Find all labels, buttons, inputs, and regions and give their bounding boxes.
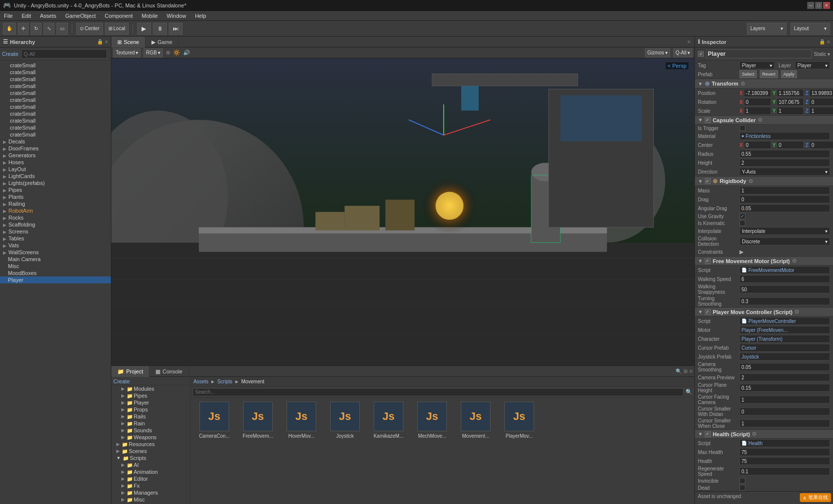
ang-drag-input[interactable] [739, 204, 830, 212]
list-item[interactable]: crateSmall [0, 131, 111, 138]
rect-tool-button[interactable]: ▭ [56, 23, 68, 35]
scale-z-field[interactable]: Z [805, 107, 833, 115]
scale-x-field[interactable]: X [739, 107, 771, 115]
breadcrumb-scripts[interactable]: Scripts [217, 379, 233, 384]
health-value-input[interactable] [739, 457, 830, 465]
list-item[interactable]: crateSmall [0, 90, 111, 96]
pos-z-field[interactable]: Z [805, 89, 833, 97]
invincible-checkbox[interactable] [739, 478, 745, 484]
list-item[interactable]: ▶Lights(prefabs) [0, 180, 111, 186]
step-button[interactable]: ⏭ [169, 23, 183, 35]
center-z[interactable]: Z [805, 141, 833, 149]
free-movement-section[interactable]: ▼ ✓ Free Movement Motor (Script) ⚙ [695, 256, 833, 266]
camera-smoothing-input[interactable] [739, 363, 830, 371]
file-item-playermove[interactable]: Js PlayerMov... [499, 402, 539, 439]
close-button[interactable]: ✕ [823, 2, 830, 9]
list-item[interactable]: crateSmall [0, 110, 111, 117]
list-item[interactable]: crateSmall [0, 96, 111, 103]
space-toggle-button[interactable]: ⊞ Local [105, 23, 129, 35]
health-script-ref[interactable]: 📄 Health [739, 439, 830, 447]
cursor-plane-input[interactable] [739, 384, 830, 392]
pmc-gear-button[interactable]: ⚙ [794, 309, 799, 315]
file-item-kamikaze[interactable]: Js KamikazeM... [369, 402, 408, 439]
list-item[interactable]: Main Camera [0, 256, 111, 263]
play-button[interactable]: ▶ [137, 23, 151, 35]
inspector-menu-icon[interactable]: ≡ [827, 39, 830, 45]
cursor-smaller-dist-input[interactable] [739, 408, 830, 415]
tab-game[interactable]: ▶ Game [146, 37, 179, 47]
menu-help[interactable]: Help [193, 13, 208, 19]
center-z-input[interactable] [809, 141, 833, 149]
move-tool-button[interactable]: ✛ [18, 23, 29, 35]
list-item[interactable]: crateSmall [0, 83, 111, 90]
list-item[interactable]: ▶DoorFrames [0, 145, 111, 152]
cursor-smaller-close-input[interactable] [739, 419, 830, 427]
menu-mobile[interactable]: Mobile [140, 13, 159, 19]
center-y[interactable]: Y [773, 141, 804, 149]
menu-assets[interactable]: Assets [38, 13, 58, 19]
inspector-lock-icon[interactable]: 🔒 [819, 39, 825, 45]
player-move-controller-section[interactable]: ▼ ✓ Player Move Controller (Script) ⚙ [695, 307, 833, 317]
pos-x-field[interactable]: X [739, 89, 771, 97]
list-item[interactable]: crateSmall [0, 124, 111, 131]
pause-button[interactable]: ⏸ [153, 23, 167, 35]
list-item[interactable]: MoodBoxes [0, 270, 111, 276]
tree-item[interactable]: ▶📁 Resources [111, 441, 190, 448]
prefab-select-button[interactable]: Select [739, 70, 757, 78]
radius-input[interactable] [739, 150, 830, 158]
cursor-facing-input[interactable] [739, 396, 830, 404]
tab-project[interactable]: 📁 Project [111, 366, 149, 377]
joystick-prefab-ref[interactable]: Joystick [739, 353, 830, 361]
health-active-checkbox[interactable]: ✓ [705, 431, 711, 437]
project-icon-2[interactable]: ⊞ [684, 368, 687, 374]
material-ref[interactable]: ● Frictionless [739, 132, 830, 140]
pmc-character-ref[interactable]: Player (Transform) [739, 335, 830, 343]
tree-item[interactable]: ▶📁 Rain [111, 420, 190, 427]
file-item-cameracontroller[interactable]: Js CameraCon... [195, 402, 234, 439]
project-icon-3[interactable]: ≡ [689, 368, 692, 374]
scale-tool-button[interactable]: ⤡ [44, 23, 54, 35]
file-item-joystick[interactable]: Js Joystick [325, 402, 365, 439]
direction-dropdown[interactable]: Y-Axis ▾ [739, 168, 830, 176]
menu-gameobject[interactable]: GameObject [63, 13, 98, 19]
layers-dropdown[interactable]: Layers ▾ [747, 23, 786, 35]
turning-smoothing-input[interactable] [739, 297, 830, 305]
collision-detection-dropdown[interactable]: Discrete ▾ [739, 237, 830, 245]
maximize-button[interactable]: □ [815, 2, 822, 9]
list-item[interactable]: ▶Vats [0, 242, 111, 249]
transform-section[interactable]: ▼ ⊕ Transform ⚙ [695, 79, 833, 89]
list-item[interactable]: ▶Railing [0, 200, 111, 207]
hierarchy-menu-icon[interactable]: ≡ [105, 39, 108, 45]
list-item[interactable]: ▶Pipes [0, 186, 111, 193]
hierarchy-search-input[interactable] [21, 49, 107, 58]
height-input[interactable] [739, 159, 830, 167]
scene-panel-menu[interactable]: ≡ [684, 37, 694, 47]
list-item[interactable]: crateSmall [0, 103, 111, 110]
tree-item-scripts[interactable]: ▼📁 Scripts [111, 455, 190, 461]
tree-item[interactable]: ▶📁 Managers [111, 489, 190, 496]
pos-y-input[interactable] [777, 89, 804, 97]
center-x[interactable]: X [739, 141, 771, 149]
player-name-field[interactable] [706, 49, 812, 58]
project-icon-1[interactable]: 🔍 [676, 368, 682, 374]
fmm-gear-button[interactable]: ⚙ [792, 258, 797, 264]
pivot-toggle-button[interactable]: ⊙ Center [76, 23, 103, 35]
constraints-expand-icon[interactable]: ▶ [739, 249, 743, 255]
minimize-button[interactable]: ─ [807, 2, 814, 9]
tab-scene[interactable]: ⊞ Scene [111, 37, 146, 47]
tag-dropdown[interactable]: Player ▾ [739, 61, 775, 69]
max-health-input[interactable] [739, 448, 830, 456]
tree-item[interactable]: ▶📁 Weapons [111, 434, 190, 441]
shading-mode-dropdown[interactable]: Textured ▾ [113, 48, 141, 57]
rot-x-field[interactable]: X [739, 98, 771, 106]
gizmos-dropdown[interactable]: Gizmos ▾ [645, 48, 670, 57]
dead-checkbox[interactable] [739, 485, 745, 491]
list-item[interactable]: Misc [0, 263, 111, 270]
hierarchy-create-button[interactable]: Create [2, 51, 18, 57]
fmm-script-ref[interactable]: 📄 FreeMovementMotor [739, 266, 830, 274]
project-search-input[interactable] [193, 388, 684, 396]
tree-item-sounds[interactable]: ▶📁 Sounds [111, 427, 190, 434]
scene-viewport[interactable]: < Persp [111, 58, 694, 366]
walking-speed-input[interactable] [739, 275, 830, 283]
cursor-prefab-ref[interactable]: Cursor [739, 344, 830, 352]
